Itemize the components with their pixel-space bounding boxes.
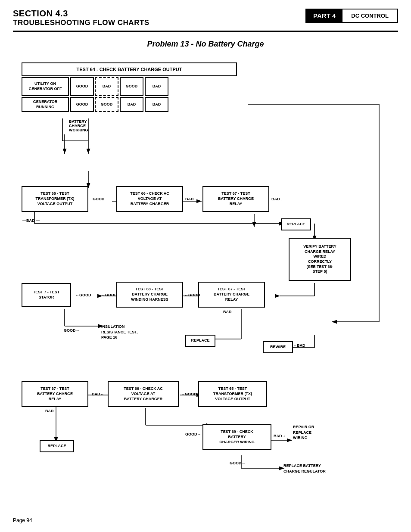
bad-label-bottom1: —BAD — xyxy=(22,218,40,223)
good1-box: GOOD xyxy=(70,77,94,96)
good-label-test69: GOOD→ xyxy=(185,432,201,436)
replace-regulator-label: REPLACE BATTERYCHARGE REGULATOR xyxy=(283,463,326,474)
good4-box: GOOD xyxy=(95,97,118,112)
test65a-box: TEST 65 - TESTTRANSFORMER (TX)VOLTAGE OU… xyxy=(22,186,88,212)
section-subtitle: TROUBLESHOOTING FLOW CHARTS xyxy=(13,19,149,27)
bad-label-1: BAD xyxy=(185,197,194,201)
bad3-box: BAD xyxy=(120,97,143,112)
repair-wiring-label: REPAIR ORREPLACEWIRING xyxy=(293,424,314,441)
problem-title: Problem 13 - No Battery Charge xyxy=(13,40,398,49)
insulation-label: INSULATIONRESISTANCE TEST,PAGE 16 xyxy=(101,324,137,340)
test64-box: TEST 64 - CHECK BATTERY CHARGE OUTPUT xyxy=(22,62,237,76)
test67c-box: TEST 67 - TESTBATTERY CHARGERELAY xyxy=(22,381,88,407)
part-desc: DC CONTROL xyxy=(342,9,397,22)
utility-on-box: UTILITY ON GENERATOR OFF xyxy=(22,77,69,96)
good-label-test66b: ←GOOD xyxy=(181,392,197,396)
test68-box: TEST 68 - TESTBATTERY CHARGEWINDING HARN… xyxy=(116,282,183,308)
test66b-box: TEST 66 - CHECK ACVOLTAGE ATBATTERY CHAR… xyxy=(108,381,179,407)
test66a-box: TEST 66 - CHECK ACVOLTAGE ATBATTERY CHAR… xyxy=(116,186,183,212)
test65b-box: TEST 65 - TESTTRANSFORMER (TX)VOLTAGE OU… xyxy=(198,381,267,407)
bad-label-test66b: BAD← xyxy=(92,392,104,396)
bad-label-rewire: ←BAD xyxy=(293,343,305,348)
bad-label-2: BAD ↓ xyxy=(271,197,283,201)
good-label-3: ←GOOD xyxy=(101,293,117,297)
good-label-5: GOOD→ xyxy=(64,328,80,333)
flowchart: TEST 64 - CHECK BATTERY CHARGE OUTPUT UT… xyxy=(13,55,398,494)
generator-running-box: GENERATOR RUNNING xyxy=(22,97,69,112)
test7-box: TEST 7 - TESTSTATOR xyxy=(22,283,71,307)
section-title: SECTION 4.3 xyxy=(13,9,149,19)
test67a-box: TEST 67 - TESTBATTERY CHARGERELAY xyxy=(202,186,269,212)
good-label-1: GOOD xyxy=(93,197,105,201)
test67b-box: TEST 67 - TESTBATTERY CHARGERELAY xyxy=(198,282,265,308)
good-label-4: ←GOOD xyxy=(184,293,200,297)
replace2-box: REPLACE xyxy=(185,335,215,347)
header: SECTION 4.3 TROUBLESHOOTING FLOW CHARTS … xyxy=(13,9,398,32)
rewire-box: REWIRE xyxy=(263,341,293,353)
part-label: PART 4 xyxy=(306,9,342,22)
bad-label-test67b: BAD xyxy=(223,310,232,314)
good2-box: GOOD xyxy=(120,77,143,96)
good-label-regulator: GOOD→ xyxy=(230,461,246,465)
header-left: SECTION 4.3 TROUBLESHOOTING FLOW CHARTS xyxy=(13,9,149,27)
test69-box: TEST 69 - CHECKBATTERYCHARGER WIRING xyxy=(202,424,271,450)
replace3-box: REPLACE xyxy=(40,440,74,452)
header-right: PART 4 DC CONTROL xyxy=(305,9,398,23)
good-label-2: ←GOOD xyxy=(75,293,91,297)
bad4-box: BAD xyxy=(145,97,168,112)
bad1-box: BAD xyxy=(95,77,118,96)
page: SECTION 4.3 TROUBLESHOOTING FLOW CHARTS … xyxy=(0,0,411,532)
bad2-box: BAD xyxy=(145,77,168,96)
verify-box: VERIFY BATTERYCHARGE RELAYWIREDCORRECTLY… xyxy=(289,238,351,281)
page-number: Page 94 xyxy=(13,517,32,523)
good3-box: GOOD xyxy=(70,97,94,112)
bad-label-test69: BAD→ xyxy=(274,434,286,438)
battery-charge-working-label: BATTERYCHARGEWORKING xyxy=(69,119,88,132)
bad-label-test67c: BAD xyxy=(45,409,54,413)
replace1-box: REPLACE xyxy=(281,218,311,230)
